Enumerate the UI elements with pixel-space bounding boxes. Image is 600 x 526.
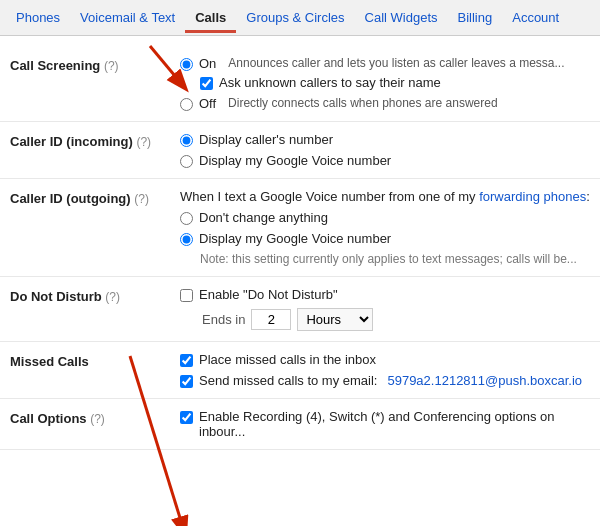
dnd-checkbox[interactable] <box>180 289 193 302</box>
forwarding-phones-link[interactable]: forwarding phones <box>479 189 586 204</box>
nav-account[interactable]: Account <box>502 2 569 33</box>
dnd-checkbox-line: Enable "Do Not Disturb" <box>180 287 590 302</box>
ends-in-label: Ends in <box>202 312 245 327</box>
call-screening-off-line: Off Directly connects calls when phones … <box>180 96 590 111</box>
call-options-checkbox-label: Enable Recording (4), Switch (*) and Con… <box>199 409 590 439</box>
missed-calls-inbox-label: Place missed calls in the inbox <box>199 352 376 367</box>
call-screening-on-description: Announces caller and lets you listen as … <box>228 56 564 70</box>
call-options-label: Call Options (?) <box>10 409 180 426</box>
nav-bar: Phones Voicemail & Text Calls Groups & C… <box>0 0 600 36</box>
caller-id-incoming-controls: Display caller's number Display my Googl… <box>180 132 590 168</box>
ends-in-row: Ends in Hours Minutes <box>202 308 590 331</box>
caller-id-outgoing-description: When I text a Google Voice number from o… <box>180 189 590 204</box>
ask-unknown-line: Ask unknown callers to say their name <box>200 75 590 90</box>
call-screening-off-radio[interactable] <box>180 98 193 111</box>
call-screening-help[interactable]: (?) <box>104 59 119 73</box>
missed-calls-option2: Send missed calls to my email: 5979a2.12… <box>180 373 590 388</box>
do-not-disturb-help[interactable]: (?) <box>105 290 120 304</box>
do-not-disturb-row: Do Not Disturb (?) Enable "Do Not Distur… <box>0 277 600 342</box>
dnd-checkbox-label: Enable "Do Not Disturb" <box>199 287 338 302</box>
caller-id-outgoing-gv-radio[interactable] <box>180 233 193 246</box>
call-screening-sub: Ask unknown callers to say their name <box>200 75 590 90</box>
caller-id-outgoing-options: Don't change anything Display my Google … <box>180 210 590 246</box>
caller-id-outgoing-option1: Don't change anything <box>180 210 590 225</box>
missed-calls-inbox-checkbox[interactable] <box>180 354 193 367</box>
nav-groups[interactable]: Groups & Circles <box>236 2 354 33</box>
caller-id-outgoing-option2: Display my Google Voice number <box>180 231 590 246</box>
call-screening-on-radio[interactable] <box>180 58 193 71</box>
missed-calls-label: Missed Calls <box>10 352 180 369</box>
call-options-help[interactable]: (?) <box>90 412 105 426</box>
nav-calls[interactable]: Calls <box>185 2 236 33</box>
call-screening-on-line: On Announces caller and lets you listen … <box>180 56 590 71</box>
caller-id-number-radio[interactable] <box>180 134 193 147</box>
nav-widgets[interactable]: Call Widgets <box>355 2 448 33</box>
missed-calls-controls: Place missed calls in the inbox Send mis… <box>180 352 590 388</box>
call-options-checkbox[interactable] <box>180 411 193 424</box>
hours-select[interactable]: Hours Minutes <box>297 308 373 331</box>
ask-unknown-label: Ask unknown callers to say their name <box>219 75 441 90</box>
caller-id-incoming-option1: Display caller's number <box>180 132 590 147</box>
caller-id-outgoing-label: Caller ID (outgoing) (?) <box>10 189 180 206</box>
caller-id-outgoing-row: Caller ID (outgoing) (?) When I text a G… <box>0 179 600 277</box>
missed-calls-option1: Place missed calls in the inbox <box>180 352 590 367</box>
missed-calls-options: Place missed calls in the inbox Send mis… <box>180 352 590 388</box>
call-options-checkbox-line: Enable Recording (4), Switch (*) and Con… <box>180 409 590 439</box>
missed-calls-email-address: 5979a2.1212811@push.boxcar.io <box>387 373 582 388</box>
call-screening-controls: On Announces caller and lets you listen … <box>180 56 590 111</box>
caller-id-outgoing-controls: When I text a Google Voice number from o… <box>180 189 590 266</box>
ends-in-input[interactable] <box>251 309 291 330</box>
caller-id-incoming-option2: Display my Google Voice number <box>180 153 590 168</box>
missed-calls-email-label: Send missed calls to my email: <box>199 373 377 388</box>
do-not-disturb-controls: Enable "Do Not Disturb" Ends in Hours Mi… <box>180 287 590 331</box>
caller-id-gv-radio[interactable] <box>180 155 193 168</box>
caller-id-incoming-help[interactable]: (?) <box>136 135 151 149</box>
caller-id-incoming-row: Caller ID (incoming) (?) Display caller'… <box>0 122 600 179</box>
do-not-disturb-label: Do Not Disturb (?) <box>10 287 180 304</box>
missed-calls-email-checkbox[interactable] <box>180 375 193 388</box>
caller-id-incoming-options: Display caller's number Display my Googl… <box>180 132 590 168</box>
ask-unknown-checkbox[interactable] <box>200 77 213 90</box>
nav-phones[interactable]: Phones <box>6 2 70 33</box>
call-screening-label: Call Screening (?) <box>10 56 180 73</box>
missed-calls-row: Missed Calls Place missed calls in the i… <box>0 342 600 399</box>
call-options-row: Call Options (?) Enable Recording (4), S… <box>0 399 600 450</box>
call-screening-row: Call Screening (?) On Announces caller a… <box>0 46 600 122</box>
caller-id-outgoing-nochange-radio[interactable] <box>180 212 193 225</box>
nav-billing[interactable]: Billing <box>448 2 503 33</box>
nav-voicemail[interactable]: Voicemail & Text <box>70 2 185 33</box>
settings-content: Call Screening (?) On Announces caller a… <box>0 36 600 460</box>
call-screening-off-description: Directly connects calls when phones are … <box>228 96 497 110</box>
call-options-controls: Enable Recording (4), Switch (*) and Con… <box>180 409 590 439</box>
caller-id-incoming-label: Caller ID (incoming) (?) <box>10 132 180 149</box>
caller-id-outgoing-help[interactable]: (?) <box>134 192 149 206</box>
caller-id-outgoing-note: Note: this setting currently only applie… <box>200 252 590 266</box>
